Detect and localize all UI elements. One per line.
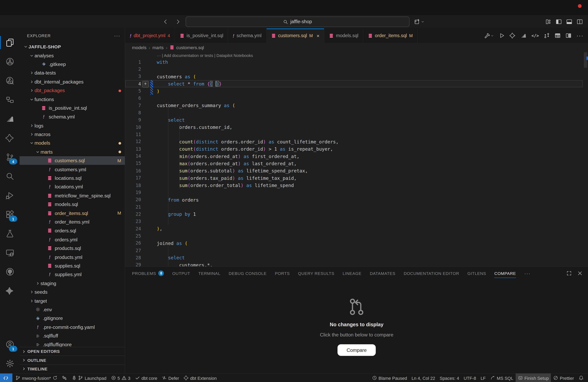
activity-bar-search[interactable] bbox=[0, 167, 20, 186]
codelens-actions[interactable]: ··· | Add documentation or tests | Datap… bbox=[157, 53, 253, 58]
code-line-5[interactable]: 5) bbox=[125, 88, 583, 95]
panel-tab-terminal[interactable]: TERMINAL bbox=[198, 267, 220, 280]
tree-file--env[interactable]: .env bbox=[20, 305, 125, 314]
customize-layout-icon[interactable] bbox=[545, 19, 551, 25]
tree-file-supplies-yml[interactable]: !supplies.yml bbox=[20, 270, 125, 279]
panel-tab-compare[interactable]: COMPARE bbox=[494, 267, 516, 280]
command-center-search[interactable]: jaffle-shop bbox=[186, 17, 409, 27]
activity-bar-dbt-extension-view[interactable] bbox=[0, 281, 20, 301]
tab-models-sql[interactable]: models.sql bbox=[324, 29, 363, 43]
code-line-4[interactable]: 4+ select * from {{ }} bbox=[125, 80, 583, 87]
tab-dbt-project-yml[interactable]: !dbt_project.yml4 bbox=[125, 29, 175, 43]
status-defer[interactable]: Defer bbox=[160, 373, 181, 382]
code-line-22[interactable]: 22 group by 1 bbox=[125, 210, 583, 218]
code-line-29[interactable]: 29 customers.*, bbox=[125, 261, 583, 266]
query-results-icon[interactable] bbox=[555, 33, 561, 38]
compiled-code-icon[interactable]: </> bbox=[531, 33, 539, 38]
activity-bar-dbt-power-user[interactable] bbox=[0, 129, 20, 148]
tree-folder-analyses[interactable]: analyses bbox=[20, 51, 125, 60]
tree-file-customers-sql[interactable]: customers.sqlM bbox=[20, 156, 125, 165]
tree-folder-staging[interactable]: staging bbox=[20, 279, 125, 288]
tab-is-positive-int-sql[interactable]: is_positive_int.sql bbox=[175, 29, 228, 43]
code-line-2[interactable]: 2 bbox=[125, 66, 583, 73]
code-line-16[interactable]: 16 sum(orders.subtotal) as lifetime_spen… bbox=[125, 167, 583, 174]
code-line-8[interactable]: 8 bbox=[125, 109, 583, 116]
panel-tab-output[interactable]: OUTPUT bbox=[172, 267, 190, 280]
status-launchpad[interactable]: Launchpad bbox=[69, 373, 109, 382]
tree-file-products-yml[interactable]: !products.yml bbox=[20, 252, 125, 261]
tree-file-order-items-sql[interactable]: order_items.sqlM bbox=[20, 209, 125, 218]
status-problems[interactable]: 53 bbox=[109, 373, 133, 382]
code-line-12[interactable]: 12 count(distinct orders.order_id) as co… bbox=[125, 138, 583, 145]
split-editor-icon[interactable] bbox=[566, 33, 572, 38]
status-language-mode[interactable]: MS SQL bbox=[488, 373, 516, 382]
tree-file-customers-yml[interactable]: !customers.yml bbox=[20, 165, 125, 174]
status-prettier[interactable]: Prettier bbox=[551, 373, 576, 382]
breadcrumb-item[interactable]: models bbox=[132, 45, 147, 50]
editor-scrollbar-thumb[interactable] bbox=[584, 52, 587, 68]
code-line-19[interactable]: 19 bbox=[125, 189, 583, 196]
tree-file--gitkeep[interactable]: .gitkeep bbox=[20, 60, 125, 69]
panel-tab-lineage[interactable]: LINEAGE bbox=[343, 267, 362, 280]
toggle-secondary-sidebar-icon[interactable] bbox=[577, 19, 583, 25]
activity-bar-github[interactable] bbox=[0, 262, 20, 282]
tree-file-is-positive-int-sql[interactable]: is_positive_int.sql bbox=[20, 104, 125, 113]
code-line-13[interactable]: 13 count(distinct orders.order_id) > 1 a… bbox=[125, 145, 583, 153]
close-panel-icon[interactable] bbox=[577, 270, 583, 276]
code-line-21[interactable]: 21 bbox=[125, 203, 583, 210]
activity-bar-accounts[interactable]: 1 bbox=[0, 335, 20, 354]
tab-customers-sql[interactable]: customers.sqlM× bbox=[266, 29, 324, 43]
toggle-sidebar-icon[interactable] bbox=[556, 19, 562, 25]
code-line-23[interactable]: 23 bbox=[125, 218, 583, 225]
tab-order-items-sql[interactable]: order_items.sqlM bbox=[363, 29, 418, 43]
remote-indicator[interactable] bbox=[0, 373, 12, 382]
panel-tab-documentation-editor[interactable]: DOCUMENTATION EDITOR bbox=[404, 267, 459, 280]
tree-folder-data-tests[interactable]: data-tests bbox=[20, 69, 125, 77]
tree-folder-macros[interactable]: macros bbox=[20, 130, 125, 139]
tree-file--sqlfluff[interactable]: .sqlfluff bbox=[20, 331, 125, 340]
gutter-add-button[interactable]: + bbox=[142, 81, 149, 88]
status-dbt-core[interactable]: dbt core bbox=[133, 373, 160, 382]
tree-file--pre-commit-config-yaml[interactable]: !.pre-commit-config.yaml bbox=[20, 323, 125, 331]
activity-bar-flowchart-view[interactable] bbox=[0, 90, 20, 110]
tree-file--gitignore[interactable]: .gitignore bbox=[20, 314, 125, 323]
status-notifications[interactable] bbox=[576, 373, 586, 382]
activity-bar-settings[interactable] bbox=[0, 354, 20, 373]
status-eol[interactable]: LF bbox=[478, 373, 488, 382]
status-compare-changes[interactable] bbox=[60, 373, 69, 382]
code-line-15[interactable]: 15 max(orders.ordered_at) as last_ordere… bbox=[125, 160, 583, 167]
status-blame-status[interactable]: Blame Paused bbox=[370, 373, 409, 382]
more-actions-icon[interactable]: ··· bbox=[576, 32, 584, 39]
status-git-branch[interactable]: mwong-fusion* bbox=[13, 373, 60, 382]
code-line-18[interactable]: 18 sum(orders.order_total) as lifetime_s… bbox=[125, 182, 583, 189]
activity-bar-remote-explorer[interactable] bbox=[0, 243, 20, 262]
breadcrumb-item[interactable]: customers.sql bbox=[169, 45, 204, 50]
status-cursor-position[interactable]: Ln 4, Col 22 bbox=[409, 373, 437, 382]
sidebar-section-outline[interactable]: OUTLINE bbox=[20, 356, 125, 364]
back-arrow-icon[interactable] bbox=[162, 19, 168, 25]
code-line-28[interactable]: 28 select bbox=[125, 254, 583, 261]
tree-file-models-sql[interactable]: models.sql bbox=[20, 200, 125, 209]
tree-folder-jaffle-shop[interactable]: JAFFLE-SHOP bbox=[20, 42, 125, 51]
panel-tab-ports[interactable]: PORTS bbox=[275, 267, 290, 280]
panel-tab-gitlens[interactable]: GITLENS bbox=[467, 267, 486, 280]
code-line-6[interactable]: 6 bbox=[125, 95, 583, 102]
code-editor[interactable]: ··· | Add documentation or tests | Datap… bbox=[125, 52, 588, 267]
tree-file-orders-yml[interactable]: !orders.yml bbox=[20, 235, 125, 244]
activity-bar-explorer[interactable] bbox=[0, 33, 20, 52]
panel-tab-debug-console[interactable]: DEBUG CONSOLE bbox=[229, 267, 267, 280]
activity-bar-testing[interactable] bbox=[0, 224, 20, 243]
status-dbt-extension[interactable]: dbt Extension bbox=[181, 373, 219, 382]
sidebar-more-actions[interactable]: ··· bbox=[114, 32, 120, 38]
code-line-1[interactable]: 1with bbox=[125, 58, 583, 66]
compare-button[interactable]: Compare bbox=[337, 344, 376, 356]
share-button[interactable] bbox=[414, 19, 425, 25]
activity-bar-run-debug[interactable] bbox=[0, 186, 20, 205]
panel-tab-datamates[interactable]: DATAMATES bbox=[370, 267, 395, 280]
code-line-27[interactable]: 27 bbox=[125, 247, 583, 254]
run-model-icon[interactable] bbox=[499, 33, 505, 38]
tree-file--sqlfluffignore[interactable]: .sqlfluffignore bbox=[20, 340, 125, 347]
activity-bar-source-control[interactable]: 4 bbox=[0, 148, 20, 167]
tree-folder-logs[interactable]: logs bbox=[20, 121, 125, 130]
sidebar-section-timeline[interactable]: TIMELINE bbox=[20, 364, 125, 373]
